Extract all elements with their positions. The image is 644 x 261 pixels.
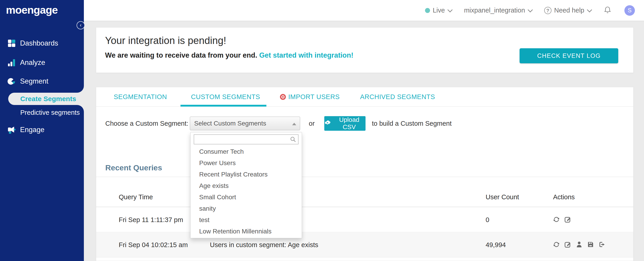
sidebar: moengage Dashboards Analyze Segment Crea… <box>0 0 84 261</box>
get-started-link[interactable]: Get started with integration! <box>259 51 353 59</box>
sidebar-item-create-segments[interactable]: Create Segments <box>8 93 84 105</box>
refresh-icon[interactable] <box>552 241 560 248</box>
column-header-user-count: User Count <box>486 193 519 201</box>
custom-segments-select[interactable]: Select Custom Segments <box>190 117 300 130</box>
tab-import-users[interactable]: IMPORT USERS <box>280 93 340 101</box>
actions-cell <box>552 241 606 248</box>
live-status-dot <box>425 8 430 13</box>
chevron-down-icon <box>528 7 533 12</box>
sidebar-item-label: Create Segments <box>20 95 76 103</box>
tab-label: CUSTOM SEGMENTS <box>191 93 260 101</box>
export-icon[interactable] <box>598 241 606 248</box>
segment-option[interactable]: Low Retention Millennials <box>190 226 302 237</box>
segments-card: SEGMENTATION CUSTOM SEGMENTS IMPORT USER… <box>96 87 634 261</box>
query-cell: Users in custom segment: Age exists <box>210 241 318 249</box>
pill-notch-top <box>77 86 84 93</box>
tab-label: IMPORT USERS <box>288 93 340 101</box>
banner-subtitle: We are waiting to receive data from your… <box>105 51 354 59</box>
sidebar-item-dashboards[interactable]: Dashboards <box>0 38 84 49</box>
segment-option[interactable]: Age exists <box>190 180 302 192</box>
triangle-up-icon <box>292 123 296 125</box>
actions-cell <box>552 216 572 223</box>
user-avatar[interactable]: S <box>624 5 635 16</box>
bell-icon <box>604 6 612 14</box>
query-time-cell: Fri Sep 11 1:11:37 pm <box>119 216 183 224</box>
custom-segments-dropdown: Consumer Tech Power Users Recent Playlis… <box>190 132 302 238</box>
topbar: Live mixpanel_integration ? Need help S <box>84 0 644 21</box>
chevron-down-icon <box>448 7 453 12</box>
chevron-down-icon <box>587 7 592 12</box>
banner-subtitle-text: We are waiting to receive data from your… <box>105 51 259 59</box>
segment-option[interactable]: Small Cohort <box>190 192 302 203</box>
refresh-icon[interactable] <box>552 216 560 223</box>
sidebar-item-label: Engage <box>20 126 44 134</box>
user-icon[interactable] <box>576 241 583 248</box>
save-icon[interactable] <box>587 241 594 248</box>
banner-title: Your integration is pending! <box>105 35 226 46</box>
project-label: mixpanel_integration <box>464 6 525 14</box>
segment-option[interactable]: Power Users <box>190 157 302 169</box>
tab-custom-segments[interactable]: CUSTOM SEGMENTS <box>191 93 260 101</box>
query-time-cell: Fri Sep 04 10:02:15 am <box>119 241 188 249</box>
cloud-upload-icon <box>324 120 331 127</box>
edit-icon[interactable] <box>564 241 572 248</box>
divider <box>96 177 633 177</box>
upload-csv-label: Upload CSV <box>333 116 366 131</box>
analyze-icon <box>8 58 16 67</box>
project-selector[interactable]: mixpanel_integration <box>464 6 532 14</box>
tab-segmentation[interactable]: SEGMENTATION <box>114 93 167 101</box>
segment-icon <box>8 77 16 85</box>
select-value: Select Custom Segments <box>194 120 266 127</box>
integration-pending-banner: Your integration is pending! We are wait… <box>96 27 634 73</box>
divider <box>96 207 633 207</box>
need-help-menu[interactable]: ? Need help <box>544 6 591 14</box>
recent-queries-title: Recent Queries <box>105 163 162 172</box>
dashboards-icon <box>8 39 16 47</box>
tab-label: ARCHIVED SEGMENTS <box>360 93 435 101</box>
sidebar-collapse-button[interactable]: ‹ <box>76 21 85 29</box>
environment-label: Live <box>433 6 445 14</box>
help-icon: ? <box>544 7 552 14</box>
segment-option[interactable]: sanity <box>190 203 302 214</box>
moengage-logo[interactable]: moengage <box>6 4 58 16</box>
avatar-initial: S <box>628 7 632 14</box>
user-count-cell: 49,994 <box>486 241 506 249</box>
active-tab-underline <box>180 105 266 107</box>
segment-option[interactable]: test <box>190 214 302 226</box>
tab-label: SEGMENTATION <box>114 93 167 101</box>
sidebar-item-label: Segment <box>20 77 48 85</box>
notifications-bell[interactable] <box>604 6 612 15</box>
build-segment-suffix: to build a Custom Segment <box>372 120 452 127</box>
environment-selector[interactable]: Live <box>425 6 451 14</box>
moengage-app: moengage Dashboards Analyze Segment Crea… <box>0 0 644 261</box>
record-dot-icon <box>280 94 286 100</box>
or-text: or <box>309 120 315 127</box>
engage-icon <box>8 126 16 134</box>
column-header-query-time: Query Time <box>119 193 153 201</box>
table-row: Fri Sep 11 1:11:37 pm 0 <box>96 208 633 232</box>
segment-search-input[interactable] <box>194 134 298 144</box>
sidebar-item-engage[interactable]: Engage <box>0 124 84 135</box>
choose-segment-label: Choose a Custom Segment: <box>105 120 188 127</box>
need-help-label: Need help <box>554 6 584 14</box>
upload-csv-button[interactable]: Upload CSV <box>324 116 366 131</box>
check-event-log-button[interactable]: CHECK EVENT LOG <box>520 48 618 63</box>
segment-option[interactable]: Consumer Tech <box>190 146 302 157</box>
sidebar-item-segment[interactable]: Segment <box>0 76 84 87</box>
tab-archived-segments[interactable]: ARCHIVED SEGMENTS <box>360 93 435 101</box>
segment-option[interactable]: Recent Playlist Creators <box>190 169 302 180</box>
sidebar-item-analyze[interactable]: Analyze <box>0 57 84 68</box>
edit-icon[interactable] <box>564 216 572 223</box>
table-row: Fri Sep 04 10:02:15 am Users in custom s… <box>96 233 633 257</box>
user-count-cell: 0 <box>486 216 489 224</box>
column-header-actions: Actions <box>553 193 575 201</box>
sidebar-item-predictive-segments[interactable]: Predictive segments <box>20 109 80 116</box>
tabs-row: SEGMENTATION CUSTOM SEGMENTS IMPORT USER… <box>96 87 633 107</box>
sidebar-item-label: Dashboards <box>20 39 58 47</box>
sidebar-item-label: Analyze <box>20 58 45 67</box>
segment-options-list: Consumer Tech Power Users Recent Playlis… <box>190 146 302 237</box>
